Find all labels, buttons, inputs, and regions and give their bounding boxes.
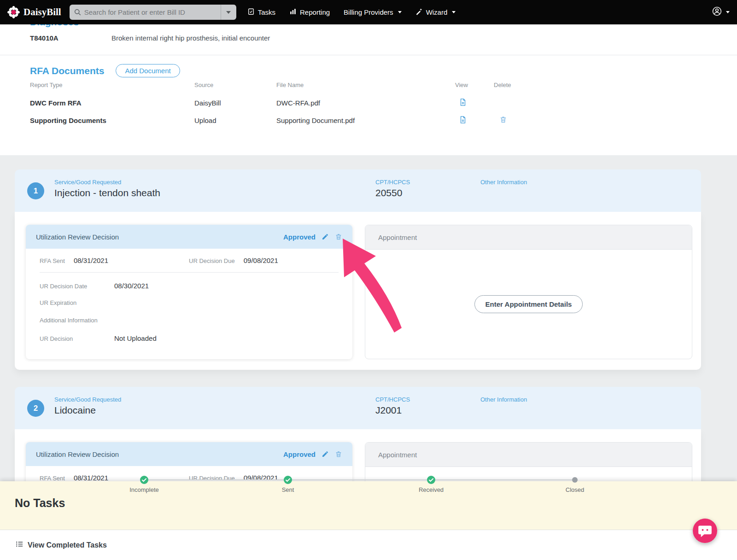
col-delete: Delete: [494, 82, 707, 88]
view-pdf-icon[interactable]: [459, 98, 467, 108]
additional-information-label: Additional Information: [40, 317, 114, 324]
brand-name: DaisyBill: [23, 6, 61, 18]
other-information-label: Other Information: [480, 179, 527, 186]
ur-decision-due-label: UR Decision Due: [189, 257, 235, 264]
global-search: [70, 5, 236, 20]
tracker-step-incomplete: Incomplete: [114, 476, 174, 493]
nav-item-billing-providers[interactable]: Billing Providers: [344, 8, 402, 16]
ur-decision-due-value: 09/08/2021: [244, 257, 278, 264]
bar-chart-icon: [289, 8, 297, 17]
service-number-badge: 1: [27, 182, 44, 199]
service-name: Injection - tendon sheath: [54, 187, 160, 198]
source-cell: Upload: [194, 117, 276, 124]
utilization-review-panel: Utilization Review Decision Approved RFA…: [26, 225, 352, 359]
diagnosis-row: T84010A Broken internal right hip prosth…: [30, 34, 270, 42]
utilization-review-header: Utilization Review Decision Approved: [26, 225, 352, 249]
service-header-band: 1 Service/Good Requested Injection - ten…: [15, 169, 701, 212]
user-avatar-icon: [712, 6, 722, 18]
search-dropdown-toggle[interactable]: [221, 5, 236, 20]
tasks-icon: [247, 8, 255, 17]
check-circle-icon: [427, 476, 435, 484]
tracker-step-closed: Closed: [545, 476, 605, 493]
bill-status-tracker: Incomplete Sent Received Closed: [0, 476, 737, 494]
utilization-review-title: Utilization Review Decision: [36, 450, 283, 458]
ur-decision-date-value: 08/30/2021: [114, 282, 149, 290]
wand-icon: [415, 8, 423, 17]
edit-ur-decision-icon[interactable]: [322, 233, 329, 240]
chevron-down-icon: [452, 11, 456, 13]
divider: [0, 55, 737, 55]
col-report-type: Report Type: [30, 82, 194, 88]
delete-ur-decision-icon[interactable]: [335, 450, 342, 458]
file-name-cell: Supporting Document.pdf: [276, 117, 455, 124]
chevron-down-icon: [398, 11, 402, 13]
service-card-1: 1 Service/Good Requested Injection - ten…: [15, 169, 701, 370]
chevron-down-icon: [726, 11, 730, 13]
no-tasks-title: No Tasks: [15, 496, 65, 510]
daisybill-logo[interactable]: DaisyBill: [7, 6, 61, 18]
service-number-badge: 2: [27, 400, 44, 417]
chat-widget-button[interactable]: [693, 519, 717, 543]
source-cell: DaisyBill: [194, 99, 276, 107]
cpt-label: CPT/HCPCS: [375, 179, 410, 186]
cpt-code: J2001: [375, 405, 410, 416]
ur-expiration-label: UR Expiration: [40, 299, 114, 306]
list-icon: [16, 540, 23, 550]
add-document-button[interactable]: Add Document: [116, 64, 180, 77]
view-completed-tasks-link[interactable]: View Completed Tasks: [16, 540, 107, 550]
page: Diagnoses T84010A Broken internal right …: [0, 0, 737, 560]
nav-item-wizard[interactable]: Wizard: [415, 8, 456, 17]
chevron-down-icon: [226, 11, 231, 14]
other-information-label: Other Information: [480, 396, 527, 403]
view-pdf-icon[interactable]: [459, 116, 467, 125]
report-type-cell: Supporting Documents: [30, 117, 194, 124]
service-requested-label: Service/Good Requested: [54, 179, 160, 186]
search-icon: [74, 9, 81, 16]
diagnosis-description: Broken internal right hip prosthesis, in…: [111, 34, 270, 42]
check-circle-icon: [284, 476, 292, 484]
daisy-flower-icon: [7, 6, 20, 18]
ur-decision-label: UR Decision: [40, 335, 114, 342]
rfa-documents-title: RFA Documents: [30, 65, 104, 76]
search-input[interactable]: [81, 8, 221, 16]
edit-ur-decision-icon[interactable]: [322, 450, 329, 458]
file-name-cell: DWC-RFA.pdf: [276, 99, 455, 107]
tasks-footer: View Completed Tasks: [0, 530, 737, 560]
service-card-body: Utilization Review Decision Approved RFA…: [15, 212, 701, 370]
table-row: Supporting Documents Upload Supporting D…: [30, 111, 707, 129]
appointment-panel: Appointment Enter Appointment Details: [365, 225, 692, 359]
diagnosis-code: T84010A: [30, 34, 111, 42]
col-view: View: [455, 82, 494, 88]
appointment-header: Appointment: [365, 443, 692, 467]
enter-appointment-details-button[interactable]: Enter Appointment Details: [474, 295, 583, 313]
ur-status-approved: Approved: [283, 450, 316, 458]
pending-dot-icon: [572, 476, 578, 484]
rfa-sent-label: RFA Sent: [40, 257, 65, 264]
utilization-review-title: Utilization Review Decision: [36, 233, 283, 241]
service-header-band: 2 Service/Good Requested Lidocaine CPT/H…: [15, 387, 701, 429]
tracker-line: [144, 479, 575, 480]
rfa-sent-value: 08/31/2021: [74, 257, 108, 264]
col-file-name: File Name: [276, 82, 455, 88]
ur-decision-date-label: UR Decision Date: [40, 283, 114, 290]
user-account-menu[interactable]: [712, 6, 730, 18]
delete-document-icon[interactable]: [499, 116, 507, 125]
cpt-code: 20550: [375, 187, 410, 198]
check-circle-icon: [140, 476, 148, 484]
nav-item-tasks[interactable]: Tasks: [247, 8, 275, 17]
ur-decision-value: Not Uploaded: [114, 334, 157, 342]
report-type-cell: DWC Form RFA: [30, 99, 194, 107]
service-name: Lidocaine: [54, 405, 121, 416]
tracker-step-sent: Sent: [258, 476, 318, 493]
delete-ur-decision-icon[interactable]: [335, 233, 342, 240]
rfa-documents-table: Report Type Source File Name View Delete…: [30, 82, 707, 129]
ur-status-approved: Approved: [283, 233, 316, 241]
service-requested-label: Service/Good Requested: [54, 396, 121, 403]
utilization-review-header: Utilization Review Decision Approved: [26, 442, 352, 466]
appointment-header: Appointment: [365, 225, 692, 250]
top-navbar: DaisyBill Tasks Reporting: [0, 0, 737, 24]
col-source: Source: [194, 82, 276, 88]
tracker-step-received: Received: [401, 476, 461, 493]
nav-item-reporting[interactable]: Reporting: [289, 8, 330, 17]
table-row: DWC Form RFA DaisyBill DWC-RFA.pdf: [30, 94, 707, 111]
